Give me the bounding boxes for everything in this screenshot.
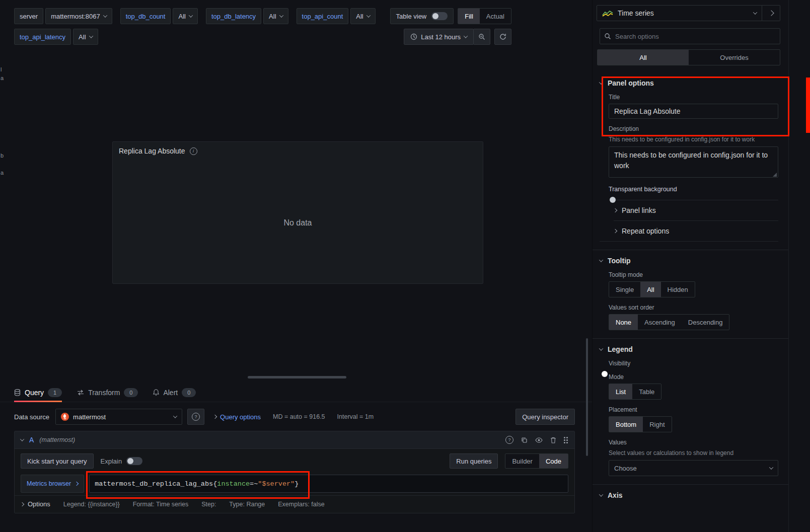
sort-descending[interactable]: Descending — [682, 315, 729, 330]
query-inspector-button[interactable]: Query inspector — [516, 409, 575, 425]
tooltip-mode-single[interactable]: Single — [609, 282, 640, 297]
panel-links-expander[interactable]: Panel links — [614, 200, 778, 220]
type-summary: Type: Range — [229, 501, 265, 508]
interval-summary: Interval = 1m — [337, 413, 374, 420]
section-legend: Legend Visibility Mode List Table — [593, 338, 788, 484]
transparent-background-label: Transparent background — [609, 186, 778, 193]
placement-right[interactable]: Right — [643, 417, 671, 432]
metrics-browser-button[interactable]: Metrics browser — [21, 475, 84, 493]
legend-values-select[interactable]: Choose — [609, 460, 778, 476]
legend-values-field: Values Select values or calculations to … — [609, 439, 778, 476]
visualization-select[interactable]: Time series — [597, 5, 762, 21]
query-help-icon[interactable] — [505, 436, 513, 444]
repeat-options-label: Repeat options — [622, 227, 669, 235]
toggle-knob — [432, 13, 438, 19]
query-options-expander[interactable]: Query options — [213, 413, 261, 421]
template-variables-row-1: server mattermost:8067 top_db_count All … — [14, 8, 380, 24]
transform-icon — [77, 390, 84, 396]
values-sort-order-field: Values sort order None Ascending Descend… — [609, 304, 778, 330]
variable-label-top-db-count[interactable]: top_db_count — [120, 8, 171, 24]
datasource-picker[interactable]: mattermost — [55, 409, 182, 425]
chevron-down-icon[interactable] — [20, 437, 24, 441]
hide-query-eye-icon[interactable] — [535, 437, 543, 443]
main-scrollbar-thumb[interactable] — [586, 338, 588, 456]
code-option[interactable]: Code — [539, 454, 568, 468]
tab-query[interactable]: Query 1 — [14, 383, 62, 402]
panel-title-input[interactable] — [609, 104, 778, 119]
query-row-header[interactable]: A (mattermost) — [15, 431, 574, 449]
variable-value-top-api-count[interactable]: All — [350, 8, 375, 24]
chevron-right-icon — [768, 10, 774, 16]
tab-query-label: Query — [25, 389, 44, 397]
variable-top-api-latency: top_api_latency All — [14, 29, 98, 45]
description-hint: This needs to be configured in config.js… — [609, 135, 778, 143]
promql-label-name: instance — [217, 480, 250, 488]
tooltip-mode-hidden[interactable]: Hidden — [661, 282, 695, 297]
variable-value-top-api-latency[interactable]: All — [73, 29, 98, 45]
refresh-icon — [499, 33, 506, 40]
variable-label-top-db-latency[interactable]: top_db_latency — [206, 8, 261, 24]
search-options-input[interactable] — [600, 28, 780, 44]
kick-start-query-button[interactable]: Kick start your query — [21, 453, 94, 469]
legend-summary: Legend: {{instance}} — [63, 501, 120, 508]
chevron-down-icon — [173, 414, 177, 418]
promql-expression-input[interactable]: mattermost_db_replica_lag_abs{instance=~… — [89, 475, 568, 493]
variable-top-db-latency: top_db_latency All — [206, 8, 288, 24]
repeat-options-expander[interactable]: Repeat options — [614, 220, 778, 241]
visualization-name: Time series — [618, 9, 749, 17]
panel-description-textarea[interactable] — [609, 146, 778, 178]
panel-header[interactable]: Replica Lag Absolute — [113, 142, 483, 160]
tooltip-heading[interactable]: Tooltip — [600, 257, 778, 265]
refresh-button[interactable] — [494, 29, 511, 45]
promql-close-brace: } — [294, 480, 299, 488]
sort-none[interactable]: None — [609, 315, 638, 330]
drag-query-grip-icon[interactable] — [564, 437, 565, 438]
zoom-out-time-button[interactable] — [473, 29, 490, 45]
actual-option[interactable]: Actual — [480, 9, 511, 24]
variable-value-top-db-latency[interactable]: All — [263, 8, 288, 24]
datasource-name: mattermost — [73, 413, 170, 421]
panel-options-heading[interactable]: Panel options — [600, 79, 778, 87]
collapse-options-pane-button[interactable] — [762, 5, 780, 21]
variable-label-server[interactable]: server — [14, 8, 43, 24]
tab-alert[interactable]: Alert 0 — [153, 383, 196, 402]
panel-info-icon[interactable] — [190, 147, 197, 155]
variable-value-top-db-count[interactable]: All — [173, 8, 197, 24]
title-label: Title — [609, 94, 778, 101]
builder-option[interactable]: Builder — [505, 454, 539, 468]
fill-option[interactable]: Fill — [458, 9, 480, 24]
tab-transform[interactable]: Transform 0 — [77, 383, 138, 402]
visualization-picker-row: Time series — [597, 5, 780, 21]
legend-mode-list[interactable]: List — [609, 384, 632, 399]
chevron-down-icon — [599, 258, 603, 262]
table-view-toggle[interactable] — [431, 12, 448, 20]
editor-main-area: server mattermost:8067 top_db_count All … — [0, 0, 592, 532]
toolbar-row-1: server mattermost:8067 top_db_count All … — [14, 8, 511, 24]
sort-ascending[interactable]: Ascending — [638, 315, 682, 330]
axis-heading[interactable]: Axis — [600, 491, 778, 499]
metrics-browser-label: Metrics browser — [27, 480, 71, 487]
chevron-down-icon — [599, 347, 603, 351]
variable-value-server[interactable]: mattermost:8067 — [45, 8, 112, 24]
duplicate-query-icon[interactable] — [521, 437, 528, 443]
chevron-down-icon — [464, 34, 468, 38]
legend-heading[interactable]: Legend — [600, 345, 778, 353]
legend-mode-label: Mode — [609, 373, 778, 381]
tooltip-mode-all[interactable]: All — [640, 282, 660, 297]
legend-mode-table[interactable]: Table — [632, 384, 661, 399]
search-icon — [604, 33, 611, 40]
time-range-picker[interactable]: Last 12 hours — [404, 29, 474, 45]
run-queries-button[interactable]: Run queries — [450, 453, 498, 469]
panel-preview: Replica Lag Absolute No data — [112, 141, 483, 284]
delete-query-trash-icon[interactable] — [550, 437, 556, 443]
pane-resize-handle[interactable] — [248, 376, 346, 378]
placement-bottom[interactable]: Bottom — [609, 417, 643, 432]
values-sort-order-label: Values sort order — [609, 304, 778, 311]
variable-label-top-api-latency[interactable]: top_api_latency — [14, 29, 71, 45]
datasource-help-button[interactable] — [187, 409, 204, 425]
tab-overrides[interactable]: Overrides — [689, 50, 780, 65]
options-expander[interactable]: Options — [21, 500, 50, 508]
variable-label-top-api-count[interactable]: top_api_count — [297, 8, 349, 24]
explain-toggle[interactable] — [126, 457, 142, 465]
tab-all[interactable]: All — [598, 50, 689, 65]
